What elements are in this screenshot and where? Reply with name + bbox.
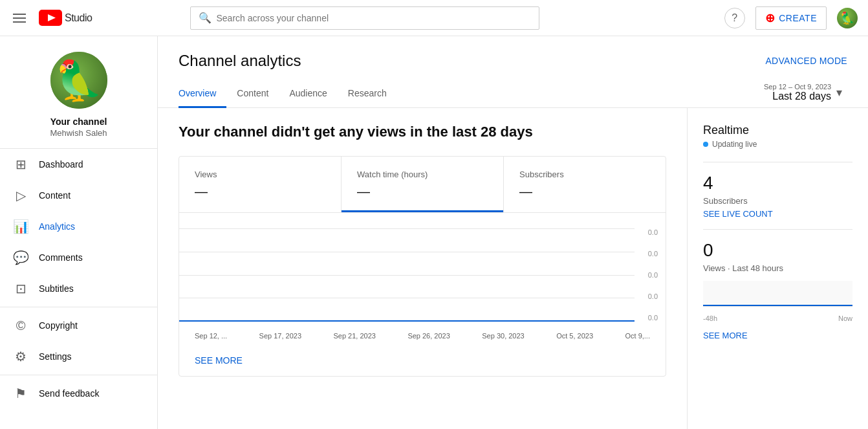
help-button[interactable]: ? (724, 8, 745, 28)
y-label: 0.0 (648, 271, 658, 279)
time-end: Now (838, 314, 852, 322)
comments-label: Comments (39, 252, 83, 263)
sidebar-item-content[interactable]: ▷ Content (0, 180, 157, 211)
comments-icon: 💬 (13, 250, 28, 265)
chart-flat-line (179, 320, 635, 322)
menu-button[interactable] (10, 11, 28, 25)
metrics-tabs: Views — Watch time (hours) — Subscribers… (179, 157, 666, 213)
rt-divider-2 (703, 229, 852, 230)
top-navigation: Studio 🔍 ? ⊕ CREATE 🦜 (0, 0, 868, 36)
tab-research[interactable]: Research (338, 80, 397, 108)
gridline (179, 275, 635, 276)
y-label: 0.0 (648, 314, 658, 322)
x-label: Sep 12, ... (195, 332, 227, 340)
channel-info: Your channel Mehwish Saleh (0, 36, 157, 149)
search-bar[interactable]: 🔍 (190, 6, 539, 30)
views-label: Views (195, 170, 325, 179)
date-range-text: Sep 12 – Oct 9, 2023 Last 28 days (764, 83, 831, 102)
copyright-label: Copyright (39, 320, 78, 331)
tab-audience[interactable]: Audience (279, 80, 337, 108)
y-label: 0.0 (648, 250, 658, 258)
subtitles-label: Subtitles (39, 283, 74, 294)
metric-tab-views[interactable]: Views — (179, 157, 342, 212)
avatar[interactable]: 🦜 (837, 8, 858, 28)
subscribers-label: Subscribers (519, 170, 650, 179)
search-icon: 🔍 (199, 12, 212, 24)
studio-label: Studio (65, 12, 92, 24)
metric-tab-watch-time[interactable]: Watch time (hours) — (342, 157, 504, 212)
views-rt-label: Views · Last 48 hours (703, 263, 852, 273)
x-label: Sep 30, 2023 (482, 332, 524, 340)
metric-tab-subscribers[interactable]: Subscribers — (504, 157, 666, 212)
page-title: Channel analytics (179, 52, 301, 70)
live-dot (703, 142, 708, 147)
sidebar-item-settings[interactable]: ⚙ Settings (0, 341, 157, 372)
content-label: Content (39, 190, 71, 201)
content-icon: ▷ (13, 188, 28, 203)
updating-live-label: Updating live (712, 140, 757, 149)
plus-icon: ⊕ (765, 11, 776, 25)
see-more-views-link[interactable]: SEE MORE (703, 331, 748, 340)
channel-name: Your channel (50, 116, 107, 127)
chevron-down-icon: ▾ (836, 85, 842, 100)
page-header: Channel analytics ADVANCED MODE (158, 36, 868, 70)
watch-time-label: Watch time (hours) (357, 170, 488, 179)
gridline (179, 298, 635, 298)
sidebar-item-subtitles[interactable]: ⊡ Subtitles (0, 273, 157, 304)
youtube-icon (39, 10, 62, 26)
rt-timerange: -48h Now (703, 314, 852, 322)
search-input[interactable] (217, 13, 531, 23)
dashboard-icon: ⊞ (13, 157, 28, 172)
dashboard-label: Dashboard (39, 159, 83, 170)
views-value: — (195, 184, 325, 199)
see-live-count-link[interactable]: SEE LIVE COUNT (703, 209, 773, 219)
x-label: Oct 5, 2023 (556, 332, 593, 340)
y-label: 0.0 (648, 228, 658, 236)
sidebar-item-dashboard[interactable]: ⊞ Dashboard (0, 149, 157, 180)
subtitles-icon: ⊡ (13, 281, 28, 296)
advanced-mode-button[interactable]: ADVANCED MODE (765, 56, 847, 66)
x-axis-labels: Sep 12, ... Sep 17, 2023 Sep 21, 2023 Se… (179, 327, 666, 345)
date-range-label: Last 28 days (764, 91, 831, 102)
x-label: Sep 26, 2023 (407, 332, 450, 340)
settings-label: Settings (39, 351, 72, 362)
chart-gridlines (179, 223, 635, 327)
date-range-period: Sep 12 – Oct 9, 2023 (764, 83, 831, 91)
chart-area: 0.0 0.0 0.0 0.0 0.0 Sep 12, ... (179, 213, 666, 355)
channel-avatar[interactable] (50, 52, 107, 109)
sidebar-item-analytics[interactable]: 📊 Analytics (0, 211, 157, 242)
sidebar-item-feedback[interactable]: ⚑ Send feedback (0, 378, 157, 409)
date-range-picker[interactable]: Sep 12 – Oct 9, 2023 Last 28 days ▾ (759, 80, 847, 105)
feedback-icon: ⚑ (13, 386, 28, 401)
y-axis-labels: 0.0 0.0 0.0 0.0 0.0 (648, 223, 658, 327)
copyright-icon: © (13, 318, 28, 333)
chart-svg-wrapper: 0.0 0.0 0.0 0.0 0.0 (179, 223, 666, 327)
sidebar-item-copyright[interactable]: © Copyright (0, 310, 157, 341)
tab-overview[interactable]: Overview (179, 80, 226, 108)
sidebar-item-comments[interactable]: 💬 Comments (0, 242, 157, 273)
subscribers-count: 4 (703, 173, 852, 193)
main-layout: Your channel Mehwish Saleh ⊞ Dashboard ▷… (0, 36, 868, 429)
see-more-link[interactable]: SEE MORE (195, 355, 243, 366)
tab-content[interactable]: Content (226, 80, 279, 108)
channel-handle: Mehwish Saleh (50, 128, 107, 138)
nav-left: Studio (10, 10, 92, 26)
y-label: 0.0 (648, 292, 658, 300)
x-label: Oct 9,... (625, 332, 650, 340)
chart-container: Views — Watch time (hours) — Subscribers… (179, 156, 666, 377)
sidebar-divider-2 (0, 375, 157, 375)
nav-right: ? ⊕ CREATE 🦜 (724, 6, 858, 30)
analytics-icon: 📊 (13, 219, 28, 234)
create-button[interactable]: ⊕ CREATE (755, 6, 827, 30)
logo: Studio (39, 10, 92, 26)
watch-time-value: — (357, 184, 488, 199)
create-label: CREATE (779, 13, 817, 23)
views-sparkline (703, 281, 852, 307)
content-area: Channel analytics ADVANCED MODE Overview… (158, 36, 868, 429)
gridline (179, 228, 635, 229)
analytics-label: Analytics (39, 221, 75, 232)
right-panel: Realtime Updating live 4 Subscribers SEE… (687, 108, 868, 429)
analytics-tabs: Overview Content Audience Research (179, 80, 397, 107)
chart-see-more: SEE MORE (179, 355, 666, 376)
realtime-title: Realtime (703, 124, 852, 137)
